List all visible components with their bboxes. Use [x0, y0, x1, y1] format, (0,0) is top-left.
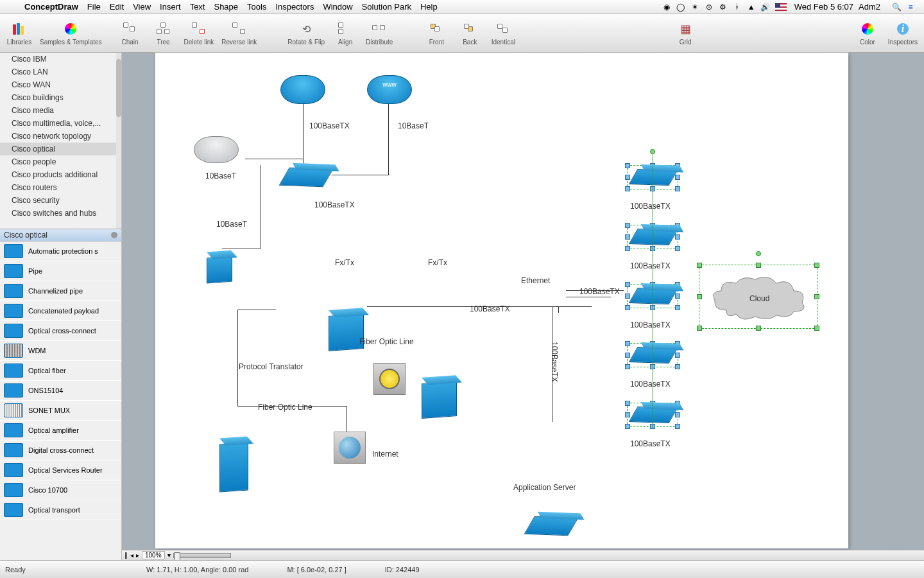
- node-router-blue[interactable]: [280, 75, 325, 104]
- shape-item[interactable]: Pipe: [0, 261, 121, 281]
- shape-item[interactable]: SONET MUX: [0, 401, 121, 421]
- node-switch[interactable]: [629, 169, 678, 186]
- node-internet[interactable]: [334, 432, 366, 464]
- toolbar-align[interactable]: Align: [332, 21, 358, 46]
- shape-item[interactable]: Automatic protection s: [0, 241, 121, 261]
- rotation-handle-icon[interactable]: [650, 149, 655, 154]
- menu-shape[interactable]: Shape: [214, 2, 238, 12]
- toolbar-libraries[interactable]: Libraries: [6, 21, 32, 46]
- node-switch[interactable]: [279, 168, 334, 187]
- canvas-page[interactable]: 100BaseTX 10BaseT 10BaseT 100BaseTX 10Ba…: [155, 53, 848, 548]
- shape-item[interactable]: ONS15104: [0, 381, 121, 401]
- status-icon[interactable]: ✶: [689, 3, 701, 12]
- node-fxtx[interactable]: [329, 313, 364, 351]
- canvas-area[interactable]: 100BaseTX 10BaseT 10BaseT 100BaseTX 10Ba…: [122, 53, 924, 560]
- cat-cisco-routers[interactable]: Cisco routers: [0, 181, 121, 194]
- toolbar-back[interactable]: Back: [457, 21, 483, 46]
- shape-item[interactable]: Optical Services Router: [0, 460, 121, 480]
- selection-cloud[interactable]: Cloud: [699, 265, 817, 329]
- shape-item[interactable]: Optical transport: [0, 500, 121, 520]
- menubar-user[interactable]: Adm2: [859, 2, 880, 12]
- node-switch[interactable]: [629, 407, 678, 423]
- shape-item[interactable]: Digital cross-connect: [0, 441, 121, 460]
- cat-cisco-optical[interactable]: Cisco optical: [0, 143, 121, 155]
- shape-item[interactable]: Optical cross-connect: [0, 321, 121, 341]
- label: 10BaseT: [398, 121, 429, 130]
- cat-cisco-products[interactable]: Cisco products additional: [0, 168, 121, 181]
- menubar-clock[interactable]: Wed Feb 5 6:07: [794, 2, 853, 12]
- zoom-dropdown-icon[interactable]: ▾: [167, 552, 171, 559]
- status-icon[interactable]: ◉: [661, 3, 672, 12]
- cat-cisco-switches[interactable]: Cisco switches and hubs: [0, 207, 121, 220]
- node-cube[interactable]: [207, 256, 232, 284]
- node-router-gray[interactable]: [194, 136, 239, 163]
- menu-window[interactable]: Window: [323, 2, 352, 12]
- shape-item[interactable]: WDM: [0, 341, 121, 361]
- toolbar-delete-link[interactable]: Delete link: [184, 21, 214, 46]
- cat-cisco-lan[interactable]: Cisco LAN: [0, 66, 121, 78]
- toolbar-distribute[interactable]: Distribute: [366, 21, 393, 46]
- shape-item[interactable]: Channelized pipe: [0, 281, 121, 301]
- node-switch[interactable]: [629, 288, 678, 304]
- shape-item[interactable]: Optical amplifier: [0, 421, 121, 441]
- close-icon[interactable]: [111, 232, 117, 238]
- node-switch[interactable]: [629, 347, 678, 363]
- node-fiber-optic[interactable]: [373, 363, 406, 395]
- status-icon[interactable]: ⚙: [717, 3, 729, 12]
- menu-insert[interactable]: Insert: [160, 2, 181, 12]
- page-nav-icon[interactable]: ‖: [124, 552, 128, 559]
- spotlight-icon[interactable]: 🔍: [891, 3, 902, 12]
- cat-cisco-people[interactable]: Cisco people: [0, 155, 121, 168]
- node-switch[interactable]: [524, 516, 579, 536]
- toolbar-front[interactable]: Front: [424, 21, 449, 46]
- cat-cisco-buildings[interactable]: Cisco buildings: [0, 91, 121, 104]
- cat-cisco-multimedia[interactable]: Cisco multimedia, voice,...: [0, 117, 121, 130]
- status-icon[interactable]: ⊙: [703, 3, 715, 12]
- toolbar-grid[interactable]: ▦Grid: [672, 21, 698, 46]
- toolbar-rotate-flip[interactable]: ⟲Rotate & Flip: [287, 21, 325, 46]
- toolbar-reverse-link[interactable]: Reverse link: [221, 21, 257, 46]
- shape-item[interactable]: Optical fiber: [0, 361, 121, 381]
- notification-center-icon[interactable]: ≡: [905, 3, 916, 12]
- library-header[interactable]: Cisco optical: [0, 229, 121, 241]
- cat-cisco-ibm[interactable]: Cisco IBM: [0, 53, 121, 66]
- zoom-value[interactable]: 100%: [142, 551, 165, 559]
- menu-help[interactable]: Help: [420, 2, 438, 12]
- wifi-icon[interactable]: ▲: [746, 3, 757, 12]
- menu-inspectors[interactable]: Inspectors: [275, 2, 314, 12]
- page-nav-icon[interactable]: ▸: [136, 552, 139, 559]
- status-icon[interactable]: ◯: [675, 3, 687, 12]
- node-switch[interactable]: [629, 229, 678, 245]
- zoom-slider[interactable]: [173, 553, 231, 558]
- toolbar-identical[interactable]: Identical: [490, 21, 516, 46]
- input-source-icon[interactable]: [775, 3, 787, 11]
- menu-edit[interactable]: Edit: [110, 2, 124, 12]
- shape-list[interactable]: Automatic protection s Pipe Channelized …: [0, 241, 121, 560]
- toolbar-samples[interactable]: Samples & Templates: [40, 21, 102, 46]
- cat-cisco-wan[interactable]: Cisco WAN: [0, 78, 121, 91]
- menu-tools[interactable]: Tools: [247, 2, 266, 12]
- node-fxtx[interactable]: [422, 381, 457, 419]
- node-router-www[interactable]: [367, 75, 412, 104]
- bluetooth-icon[interactable]: ᚼ: [732, 3, 743, 12]
- volume-icon[interactable]: 🔊: [760, 3, 771, 12]
- menu-text[interactable]: Text: [190, 2, 205, 12]
- toolbar-tree[interactable]: Tree: [151, 21, 176, 46]
- rotation-handle-icon[interactable]: [756, 251, 761, 256]
- cat-cisco-topology[interactable]: Cisco network topology: [0, 130, 121, 143]
- menu-file[interactable]: File: [87, 2, 101, 12]
- shape-item[interactable]: Cisco 10700: [0, 480, 121, 500]
- library-category-list[interactable]: Cisco IBM Cisco LAN Cisco WAN Cisco buil…: [0, 53, 121, 229]
- toolbar-chain[interactable]: Chain: [117, 21, 143, 46]
- page-nav-icon[interactable]: ◂: [130, 552, 133, 559]
- cat-cisco-media[interactable]: Cisco media: [0, 104, 121, 117]
- cat-cisco-security[interactable]: Cisco security: [0, 194, 121, 207]
- toolbar-color[interactable]: Color: [855, 21, 880, 46]
- category-scrollbar[interactable]: [116, 53, 121, 229]
- toolbar-inspectors[interactable]: iInspectors: [888, 21, 918, 46]
- menu-view[interactable]: View: [133, 2, 151, 12]
- shape-item[interactable]: Concatenated payload: [0, 301, 121, 321]
- menu-solution-park[interactable]: Solution Park: [362, 2, 411, 12]
- app-name[interactable]: ConceptDraw: [24, 2, 78, 12]
- node-protocol-translator[interactable]: [219, 442, 248, 492]
